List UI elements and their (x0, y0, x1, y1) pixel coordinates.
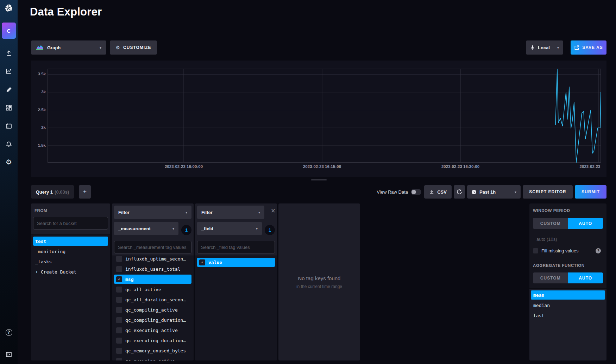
tag-key-dropdown[interactable]: _field ▾ (197, 222, 262, 235)
dashboards-grid-icon (5, 104, 12, 111)
checkbox[interactable] (116, 266, 122, 272)
aggregate-item[interactable]: mean (531, 290, 605, 300)
influxdb-logo[interactable] (0, 4, 18, 13)
bucket-item[interactable]: test (33, 237, 108, 246)
aggregate-function-title: AGGREGATE FUNCTION (533, 263, 603, 268)
sidebar-item-tasks[interactable] (0, 122, 18, 130)
measurement-item[interactable]: qc_executing_active (114, 326, 191, 335)
sidebar-item-data-explorer[interactable] (0, 67, 18, 75)
field-item[interactable]: ✓value (197, 258, 275, 267)
aggregate-item[interactable]: last (531, 311, 605, 320)
bucket-search-input[interactable] (33, 217, 108, 230)
item-label: qc_all_active (125, 287, 161, 292)
filter-type-dropdown[interactable]: Filter ▾ (197, 206, 264, 219)
view-raw-data-toggle[interactable] (411, 189, 421, 195)
checkbox[interactable] (116, 358, 122, 361)
local-label: Local (538, 45, 550, 50)
checkbox[interactable] (116, 348, 122, 354)
checkbox[interactable]: ✓ (199, 259, 205, 265)
tag-key-dropdown[interactable]: _measurement ▾ (114, 222, 178, 235)
refresh-button[interactable] (454, 185, 465, 199)
csv-download-button[interactable]: CSV (424, 185, 452, 199)
download-icon (429, 189, 434, 195)
aggregate-item[interactable]: median (531, 301, 605, 310)
close-icon[interactable]: × (271, 207, 276, 214)
add-query-button[interactable]: + (79, 185, 91, 199)
sidebar-item-help[interactable]: ? (0, 328, 18, 336)
measurement-item[interactable]: ✓msg (114, 275, 191, 284)
y-tick-label: 2.5k (32, 108, 46, 112)
fill-missing-label: Fill missing values (541, 248, 578, 253)
measurement-item[interactable]: qc_memory_unused_bytes (114, 346, 191, 355)
measurement-item[interactable]: influxdb_users_total (114, 264, 191, 274)
measurement-search-input[interactable] (114, 241, 191, 253)
bucket-item[interactable]: _monitoring (33, 247, 108, 256)
aggregate-function-list: meanmedianlast (529, 288, 606, 360)
upload-icon (5, 50, 12, 57)
sidebar-item-alerts[interactable] (0, 140, 18, 148)
help-icon: ? (6, 329, 12, 336)
sidebar-item-settings[interactable]: ⚙ (0, 158, 18, 166)
checkbox[interactable] (116, 338, 122, 344)
chevron-down-icon: ▾ (172, 227, 174, 231)
checkbox[interactable]: ✓ (116, 276, 122, 282)
submit-button[interactable]: SUBMIT (575, 185, 606, 199)
item-label: qc_executing_duration… (125, 338, 186, 343)
aggregate-mode-toggle: CUSTOM AUTO (533, 272, 603, 283)
checkbox[interactable] (116, 307, 122, 313)
field-search-input[interactable] (197, 241, 275, 253)
measurement-item[interactable]: qc_compiling_duration… (114, 315, 191, 325)
save-as-button[interactable]: SAVE AS (571, 40, 606, 55)
checkbox[interactable] (116, 256, 122, 262)
gear-icon: ⚙ (115, 44, 120, 51)
view-type-dropdown[interactable]: Graph ▾ (31, 40, 106, 55)
filter-type-dropdown[interactable]: Filter ▾ (114, 206, 191, 219)
item-label: qc_memory_unused_bytes (125, 348, 186, 353)
query-tab[interactable]: Query 1 (0.03s) (31, 185, 74, 199)
panel-resize-handle[interactable] (311, 179, 327, 182)
chevron-down-icon: ▾ (186, 211, 187, 214)
script-editor-button[interactable]: SCRIPT EDITOR (523, 185, 573, 199)
window-auto-button[interactable]: AUTO (568, 218, 603, 229)
sidebar-item-load-data[interactable] (0, 49, 18, 57)
aggregate-auto-button[interactable]: AUTO (568, 272, 603, 283)
measurement-item[interactable]: qc_all_duration_secon… (114, 295, 191, 304)
csv-label: CSV (437, 189, 447, 195)
window-custom-button[interactable]: CUSTOM (533, 218, 568, 229)
sidebar-item-dashboards[interactable] (0, 104, 18, 112)
sidebar-expand-toggle[interactable] (0, 351, 18, 358)
filter-type-label: Filter (201, 210, 213, 215)
measurement-item[interactable]: qc_compiling_active (114, 305, 191, 314)
customize-label: CUSTOMIZE (123, 45, 151, 50)
checkbox[interactable] (116, 327, 122, 333)
measurement-item[interactable]: qc_all_active (114, 285, 191, 294)
item-label: influxdb_uptime_secon… (125, 256, 186, 262)
measurement-item[interactable]: qc_executing_duration… (114, 336, 191, 345)
view-type-label: Graph (47, 45, 61, 50)
bucket-item[interactable]: + Create Bucket (33, 267, 108, 276)
pencil-icon (6, 86, 12, 93)
measurement-item[interactable]: influxdb_uptime_secon… (114, 256, 191, 263)
aggregate-custom-button[interactable]: CUSTOM (533, 272, 568, 283)
item-label: qc_all_duration_secon… (125, 297, 186, 302)
window-period-title: WINDOW PERIOD (533, 208, 603, 213)
customize-button[interactable]: ⚙ CUSTOMIZE (110, 40, 157, 55)
refresh-icon (457, 189, 462, 195)
fill-missing-checkbox[interactable] (533, 248, 538, 253)
org-avatar[interactable]: C (2, 23, 16, 39)
measurement-item[interactable]: qc_queueing_active (114, 356, 191, 360)
item-label: qc_compiling_duration… (125, 318, 186, 323)
checkbox[interactable] (116, 317, 122, 323)
help-tooltip-icon[interactable]: ? (596, 248, 601, 253)
checkbox[interactable] (116, 297, 122, 303)
empty-state-title: No tag keys found (298, 275, 341, 281)
bucket-item[interactable]: _tasks (33, 257, 108, 266)
graph-type-icon (36, 45, 44, 50)
bucket-list: test_monitoring_tasks+ Create Bucket (31, 234, 110, 360)
measurement-list: influxdb_uptime_secon…influxdb_users_tot… (112, 256, 194, 360)
checkbox[interactable] (116, 287, 122, 293)
sidebar-item-notebooks[interactable] (0, 86, 18, 93)
time-range-dropdown[interactable]: Past 1h ▾ (467, 185, 521, 199)
local-dropdown[interactable]: Local ▾ (526, 40, 563, 55)
chart-svg[interactable] (48, 69, 601, 163)
